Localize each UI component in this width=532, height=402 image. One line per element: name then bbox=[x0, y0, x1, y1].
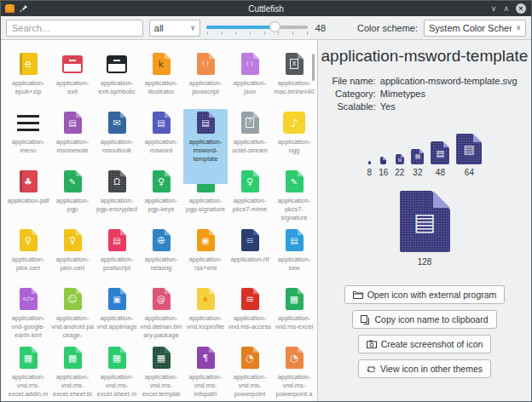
grid-item-label: application-msword-template bbox=[184, 138, 227, 164]
application-msword-icon: ▤ bbox=[153, 110, 171, 135]
grid-item-application-pkcs7-mime[interactable]: ♀application-pkcs7-mime bbox=[228, 168, 272, 227]
pin-icon[interactable] bbox=[20, 4, 28, 13]
application-vnd.android.package--icon: ☺ bbox=[64, 286, 82, 312]
minimize-button[interactable]: ∨ bbox=[491, 5, 497, 13]
grid-item-application-sxw[interactable]: ▤application-sxw bbox=[272, 227, 316, 285]
grid-item-application-vnd.ms-infopath[interactable]: ¶application-vnd.ms-infopath bbox=[183, 344, 228, 402]
application-pgp-icon: ✎ bbox=[64, 169, 82, 194]
application-vnd.ms-excel.addin.m-icon: ▦ bbox=[20, 345, 38, 370]
application-vnd.ms-powerpoint.a-icon: ◔ bbox=[286, 345, 304, 370]
view-other-themes-button[interactable]: View icon in other themes bbox=[358, 359, 491, 378]
grid-item-label: application-pgp bbox=[51, 197, 94, 214]
preview-icon-16: 16 bbox=[379, 157, 388, 177]
grid-item-application-pkix-cerl[interactable]: ♀application-pkix-cerl bbox=[6, 227, 50, 285]
preview-size-label: 32 bbox=[413, 168, 422, 177]
grid-item-application-vnd.ms-excel[interactable]: ▦application-vnd.ms-excel bbox=[272, 285, 316, 344]
grid-item-application-vnd.android.package-[interactable]: ☺application-vnd.android.package- bbox=[50, 285, 95, 344]
grid-item-application-epub+zip[interactable]: eapplication-epub+zip bbox=[6, 50, 50, 109]
application-pkcs7-signature-icon: ✎ bbox=[286, 169, 304, 194]
grid-item-application-msword[interactable]: ▤application-msword bbox=[139, 109, 183, 168]
toolbar: all ∨ 48 Color scheme: System Color Sche… bbox=[1, 16, 531, 40]
application-exit-icon bbox=[62, 51, 83, 77]
titlebar[interactable]: Cuttlefish ∨ ∧ × bbox=[1, 1, 531, 16]
slider-fill bbox=[206, 26, 275, 29]
application-msoutlook-icon: ✉ bbox=[108, 110, 126, 135]
field-value: Mimetypes bbox=[380, 89, 518, 99]
close-button[interactable]: × bbox=[516, 3, 526, 14]
folder-open-icon bbox=[353, 290, 363, 299]
slider-handle[interactable] bbox=[269, 21, 280, 32]
grid-item-label: application-vnd.ms-infopath bbox=[184, 373, 227, 399]
icon-size-slider[interactable] bbox=[206, 20, 309, 37]
grid-item-label: application-postscript bbox=[95, 256, 138, 273]
grid-item-application-vnd.ms-excel.addin.m[interactable]: ▦application-vnd.ms-excel.addin.m bbox=[6, 344, 50, 402]
application-vnd-google-earth-kml-icon: </> bbox=[20, 286, 38, 312]
grid-item-application-vnd-google-earth-kml[interactable]: </>application-vnd-google-earth-kml bbox=[6, 285, 50, 344]
copy-name-button[interactable]: Copy icon name to clipboard bbox=[352, 310, 496, 329]
application-menu-icon bbox=[17, 110, 39, 135]
preview-icon-22: ▤22 bbox=[395, 154, 404, 177]
grid-item-label: application-rtf bbox=[228, 256, 271, 264]
grid-item-application-javascript[interactable]: ( )application-javascript bbox=[183, 50, 228, 109]
icon-size-value: 48 bbox=[315, 23, 326, 33]
grid-item-application-vnd.ms-powerpoint.a[interactable]: ◔application-vnd.ms-powerpoint.a bbox=[272, 344, 316, 402]
details-pane: application-msword-template File name: a… bbox=[317, 40, 531, 402]
open-external-button[interactable]: Open icon with external program bbox=[344, 285, 506, 304]
grid-item-application-mac-binhex40[interactable]: xapplication-mac-binhex40 bbox=[272, 50, 316, 109]
application-mac-binhex40-icon: x bbox=[286, 51, 304, 77]
grid-item-application-menu[interactable]: application-menu bbox=[6, 109, 50, 168]
grid-item-application-pgp-encrypted[interactable]: Ωapplication-pgp-encrypted bbox=[95, 168, 139, 227]
category-filter-dropdown[interactable]: all ∨ bbox=[149, 20, 200, 37]
application-pkix-cerl-icon: ♀ bbox=[20, 227, 38, 253]
slider-ticks bbox=[207, 31, 307, 35]
grid-item-label: application-relaxng bbox=[140, 256, 182, 273]
application-msonenote-icon: ▤ bbox=[64, 110, 82, 135]
create-screenshot-button[interactable]: Create screenshot of icon bbox=[358, 335, 492, 353]
cuttlefish-app-icon bbox=[5, 4, 14, 13]
grid-item-label: application-pgp-keys bbox=[140, 197, 182, 214]
preview-size-label: 64 bbox=[465, 168, 474, 177]
application-vnd.ms-powerpoint-icon: ◔ bbox=[241, 345, 259, 370]
maximize-button[interactable]: ∧ bbox=[503, 5, 509, 13]
grid-item-application-rss+xml[interactable]: ◉application-rss+xml bbox=[183, 227, 228, 285]
grid-item-application-vnd.ms-access[interactable]: ≡application-vnd.ms-access bbox=[228, 285, 272, 344]
grid-item-application-relaxng[interactable]: ⊕application-relaxng bbox=[139, 227, 183, 285]
grid-item-application-pgp[interactable]: ✎application-pgp bbox=[50, 168, 95, 227]
application-ogg-icon: ♪ bbox=[283, 110, 305, 135]
grid-item-application-msword-template[interactable]: ▤application-msword-template bbox=[183, 109, 228, 184]
grid-item-application-vnd.ms-excel.templat[interactable]: ▦application-vnd.ms-excel.templat bbox=[139, 344, 183, 402]
grid-item-application-vnd.debian.binary-package[interactable]: @application-vnd.debian.binary-package bbox=[139, 285, 183, 344]
grid-item-label: application-vnd.appimage bbox=[95, 314, 138, 331]
search-input[interactable] bbox=[6, 20, 143, 37]
grid-item-application-exit[interactable]: application-exit bbox=[50, 50, 95, 109]
size-previews: 816▤22▤32▤48▤64 bbox=[367, 134, 483, 177]
preview-size-label: 48 bbox=[436, 168, 445, 177]
color-scheme-dropdown[interactable]: System Color Scheme ∨ bbox=[424, 20, 526, 37]
grid-item-application-pkcs7-signature[interactable]: ✎application-pkcs7-signature bbox=[272, 168, 316, 227]
grid-item-application-vnd.ms-powerpoint[interactable]: ◔application-vnd.ms-powerpoint bbox=[228, 344, 272, 402]
grid-item-application-vnd.iccprofile[interactable]: ♦application-vnd.iccprofile bbox=[183, 285, 228, 344]
grid-item-application-vnd.appimage[interactable]: ▣application-vnd.appimage bbox=[95, 285, 139, 344]
application-vnd.ms-excel.sheet.bi-icon: ▦ bbox=[64, 345, 82, 370]
grid-item-application-ogg[interactable]: ♪application-ogg bbox=[272, 109, 316, 168]
grid-item-application-exit-symbolic[interactable]: application-exit-symbolic bbox=[95, 50, 139, 109]
grid-item-application-rtf[interactable]: ≡application-rtf bbox=[228, 227, 272, 285]
preview-icon-32: ▤32 bbox=[411, 149, 424, 177]
chevron-down-icon: ∨ bbox=[516, 24, 521, 32]
application-rtf-icon: ≡ bbox=[241, 227, 259, 253]
grid-item-application-illustrator[interactable]: kapplication-illustrator bbox=[139, 50, 183, 109]
grid-item-label: application-vnd.ms-excel.addin.m bbox=[7, 373, 49, 399]
grid-item-application-json[interactable]: ( )application-json bbox=[228, 50, 272, 109]
vertical-scrollbar[interactable] bbox=[312, 54, 315, 81]
grid-item-application-vnd.ms-excel.sheet.m[interactable]: ▦application-vnd.ms-excel.sheet.m bbox=[95, 344, 139, 402]
grid-item-application-msoutlook[interactable]: ✉application-msoutlook bbox=[95, 109, 139, 168]
grid-item-application-msonenote[interactable]: ▤application-msonenote bbox=[50, 109, 95, 168]
grid-item-application-pkix-cert[interactable]: ♀application-pkix-cert bbox=[50, 227, 95, 285]
grid-item-label: application-pkix-cert bbox=[51, 256, 94, 273]
grid-item-application-octet-stream[interactable]: ?application-octet-stream bbox=[228, 109, 272, 168]
grid-item-application-pgp-keys[interactable]: ♀application-pgp-keys bbox=[139, 168, 183, 227]
color-scheme-value: System Color Scheme bbox=[429, 23, 512, 33]
grid-item-application-vnd.ms-excel.sheet.bi[interactable]: ▦application-vnd.ms-excel.sheet.bi bbox=[50, 344, 95, 402]
grid-item-application-pdf[interactable]: ♣application-pdf bbox=[6, 168, 50, 227]
grid-item-application-postscript[interactable]: ▤application-postscript bbox=[95, 227, 139, 285]
